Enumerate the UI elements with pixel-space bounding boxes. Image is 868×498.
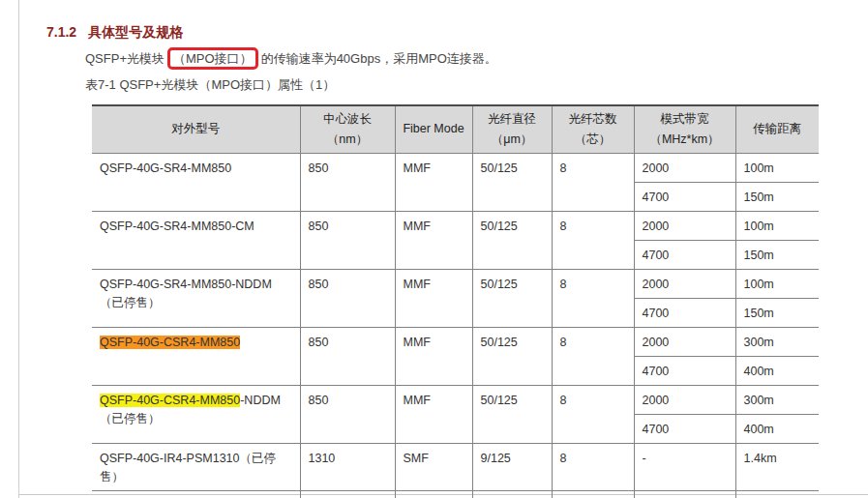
distance-cell: 300m	[735, 328, 819, 357]
wavelength-cell: 850	[300, 270, 395, 328]
model-text: QSFP-40G-SR4-MM850	[100, 161, 231, 175]
document-page: 7.1.2具体型号及规格 QSFP+光模块（MPO接口）的传输速率为40Gbps…	[0, 0, 868, 498]
distance-cell: 400m	[735, 357, 819, 386]
bandwidth-cell: -	[634, 491, 735, 498]
distance-cell: 1.4km	[735, 444, 819, 491]
distance-cell: 300m	[735, 386, 819, 415]
bandwidth-cell: 4700	[634, 415, 735, 444]
header-bandwidth: 模式带宽（MHz*km）	[634, 105, 735, 154]
bandwidth-cell: 4700	[634, 357, 735, 386]
model-text: QSFP-40G-SR4-MM850-CM	[100, 220, 254, 233]
mpo-annotation-box: （MPO接口）	[167, 47, 258, 70]
diameter-cell: 50/125	[472, 270, 552, 328]
model-cell: QSFP-40G-SR4-MM850-CM	[92, 212, 300, 270]
bandwidth-cell: 2000	[634, 212, 735, 241]
wavelength-cell: 850	[300, 328, 395, 386]
wavelength-cell: 850	[300, 386, 395, 444]
cores-cell: 8	[552, 444, 634, 491]
bandwidth-cell: 4700	[634, 183, 735, 212]
bandwidth-cell: 2000	[634, 386, 735, 415]
table-caption: 表7-1 QSFP+光模块（MPO接口）属性（1）	[85, 76, 335, 94]
distance-cell: 100m	[735, 212, 819, 241]
wavelength-cell: 850	[300, 154, 395, 212]
search-highlight: QSFP-40G-CSR4-MM850	[100, 394, 240, 407]
fiber-mode-cell: SMF	[395, 491, 472, 498]
diameter-cell: 9/125	[472, 444, 552, 491]
fiber-mode-cell: MMF	[395, 270, 472, 328]
cores-cell: 8	[552, 328, 634, 386]
model-cell: QSFP-40G-LR4-PSM1310	[92, 491, 300, 498]
model-cell: QSFP-40G-CSR4-MM850-NDDM （已停售）	[92, 386, 300, 444]
cores-cell: 8	[552, 270, 634, 328]
header-fiber-mode: Fiber Mode	[395, 105, 472, 154]
bandwidth-cell: 2000	[634, 154, 735, 183]
model-cell: QSFP-40G-SR4-MM850-NDDM （已停售）	[92, 270, 300, 328]
spec-table-body: QSFP-40G-SR4-MM850850MMF50/12582000100m4…	[92, 154, 819, 498]
distance-cell: 150m	[735, 183, 819, 212]
fiber-mode-cell: SMF	[395, 444, 472, 491]
table-row: QSFP-40G-SR4-MM850850MMF50/12582000100m	[92, 154, 819, 183]
model-cell: QSFP-40G-CSR4-MM850	[92, 328, 300, 386]
table-row: QSFP-40G-CSR4-MM850850MMF50/12582000300m	[92, 328, 819, 357]
search-highlight-active: QSFP-40G-CSR4-MM850	[100, 336, 240, 349]
diameter-cell: 50/125	[472, 328, 552, 386]
cores-cell: 8	[552, 212, 634, 270]
section-title: 具体型号及规格	[88, 24, 183, 40]
distance-cell: 100m	[735, 270, 819, 299]
model-cell: QSFP-40G-SR4-MM850	[92, 154, 300, 212]
diameter-cell: 50/125	[472, 154, 552, 212]
paragraph-text-pre: QSFP+光模块	[85, 51, 165, 66]
distance-cell: 100m	[735, 154, 819, 183]
fiber-mode-cell: MMF	[395, 212, 472, 270]
fiber-mode-cell: MMF	[395, 154, 472, 212]
model-text: QSFP-40G-SR4-MM850-NDDM （已停售）	[100, 278, 272, 309]
paragraph-text-post: 的传输速率为40Gbps，采用MPO连接器。	[261, 51, 497, 66]
header-distance: 传输距离	[735, 105, 819, 154]
intro-paragraph: QSFP+光模块（MPO接口）的传输速率为40Gbps，采用MPO连接器。	[85, 47, 497, 70]
table-row: QSFP-40G-CSR4-MM850-NDDM （已停售）850MMF50/1…	[92, 386, 819, 415]
model-cell: QSFP-40G-IR4-PSM1310（已停售）	[92, 444, 300, 491]
table-row: QSFP-40G-SR4-MM850-NDDM （已停售）850MMF50/12…	[92, 270, 819, 299]
section-heading: 7.1.2具体型号及规格	[46, 24, 183, 42]
diameter-cell: 50/125	[472, 386, 552, 444]
cores-cell: 8	[552, 491, 634, 498]
cores-cell: 8	[552, 154, 634, 212]
fiber-mode-cell: MMF	[395, 328, 472, 386]
wavelength-cell: 1310	[300, 491, 395, 498]
bandwidth-cell: 2000	[634, 270, 735, 299]
spec-table-header: 对外型号 中心波长（nm） Fiber Mode 光纤直径（μm） 光纤芯数（芯…	[92, 105, 819, 154]
wavelength-cell: 1310	[300, 444, 395, 491]
fiber-mode-cell: MMF	[395, 386, 472, 444]
bandwidth-cell: 2000	[634, 328, 735, 357]
distance-cell: 150m	[735, 299, 819, 328]
section-number: 7.1.2	[46, 24, 76, 40]
header-diameter: 光纤直径（μm）	[472, 105, 552, 154]
diameter-cell: 50/125	[472, 212, 552, 270]
diameter-cell: 9/125	[472, 491, 552, 498]
table-row: QSFP-40G-IR4-PSM1310（已停售）1310SMF9/1258-1…	[92, 444, 819, 491]
header-wavelength: 中心波长（nm）	[300, 105, 395, 154]
spec-table: 对外型号 中心波长（nm） Fiber Mode 光纤直径（μm） 光纤芯数（芯…	[92, 104, 819, 498]
distance-cell: 150m	[735, 241, 819, 270]
header-cores: 光纤芯数（芯）	[552, 105, 634, 154]
bandwidth-cell: 4700	[634, 241, 735, 270]
distance-cell: 10km	[735, 491, 819, 498]
header-model: 对外型号	[92, 105, 300, 154]
distance-cell: 400m	[735, 415, 819, 444]
content-left-divider	[18, 0, 19, 498]
mpo-annotation-text: （MPO接口）	[173, 51, 253, 66]
header-row: 对外型号 中心波长（nm） Fiber Mode 光纤直径（μm） 光纤芯数（芯…	[92, 105, 819, 154]
model-text: QSFP-40G-IR4-PSM1310（已停售）	[100, 452, 276, 483]
bandwidth-cell: 4700	[634, 299, 735, 328]
wavelength-cell: 850	[300, 212, 395, 270]
bandwidth-cell: -	[634, 444, 735, 491]
table-row: QSFP-40G-LR4-PSM13101310SMF9/1258-10km	[92, 491, 819, 498]
cores-cell: 8	[552, 386, 634, 444]
table-row: QSFP-40G-SR4-MM850-CM850MMF50/1258200010…	[92, 212, 819, 241]
